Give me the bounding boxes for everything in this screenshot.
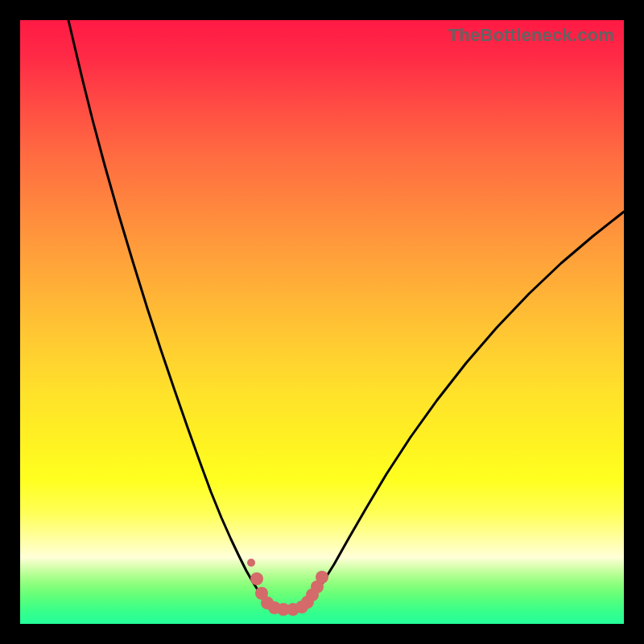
plot-layer xyxy=(20,20,624,624)
highlight-marker xyxy=(250,572,263,585)
curves-group xyxy=(68,20,624,609)
curve-left-curve xyxy=(68,20,271,605)
watermark-text: TheBottleneck.com xyxy=(448,25,614,46)
highlight-marker xyxy=(247,559,255,567)
highlight-marker xyxy=(316,571,328,584)
markers-group xyxy=(247,559,328,616)
curve-right-curve xyxy=(307,212,624,605)
chart-frame: TheBottleneck.com xyxy=(20,20,624,624)
